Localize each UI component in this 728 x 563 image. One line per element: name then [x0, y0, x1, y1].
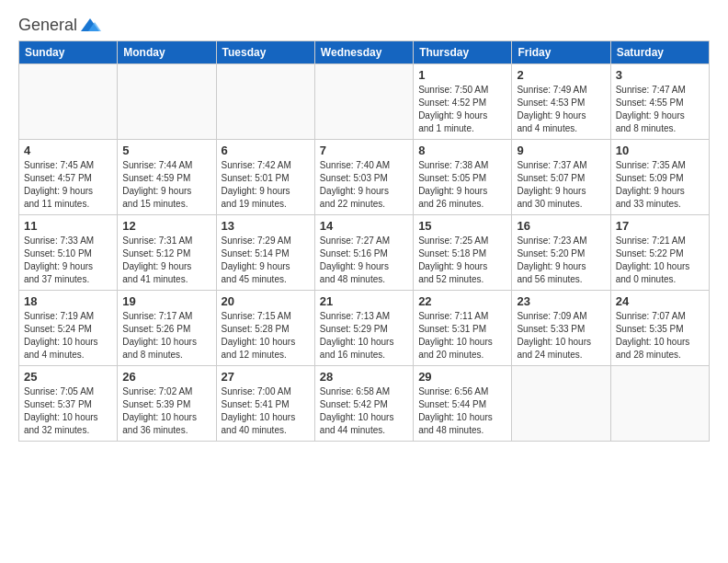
- day-info: Sunrise: 7:40 AM Sunset: 5:03 PM Dayligh…: [320, 159, 408, 211]
- calendar-cell: 17Sunrise: 7:21 AM Sunset: 5:22 PM Dayli…: [610, 215, 709, 291]
- calendar-row: 18Sunrise: 7:19 AM Sunset: 5:24 PM Dayli…: [19, 291, 710, 366]
- logo-icon: [79, 15, 101, 37]
- day-number: 19: [122, 294, 210, 308]
- calendar-row: 1Sunrise: 7:50 AM Sunset: 4:52 PM Daylig…: [19, 64, 710, 140]
- day-number: 18: [24, 294, 112, 308]
- day-info: Sunrise: 7:33 AM Sunset: 5:10 PM Dayligh…: [24, 235, 112, 286]
- calendar-cell: 27Sunrise: 7:00 AM Sunset: 5:41 PM Dayli…: [216, 366, 314, 442]
- day-number: 11: [24, 219, 112, 233]
- calendar-cell: 8Sunrise: 7:38 AM Sunset: 5:05 PM Daylig…: [414, 140, 512, 215]
- weekday-header: Saturday: [610, 41, 709, 64]
- logo-general: General: [18, 16, 77, 36]
- day-info: Sunrise: 7:42 AM Sunset: 5:01 PM Dayligh…: [222, 159, 310, 211]
- day-number: 27: [222, 370, 310, 384]
- day-info: Sunrise: 7:47 AM Sunset: 4:55 PM Dayligh…: [616, 84, 704, 135]
- calendar-cell: 15Sunrise: 7:25 AM Sunset: 5:18 PM Dayli…: [414, 215, 512, 291]
- page: General SundayMondayTuesdayWednesdayThur…: [0, 0, 728, 451]
- day-number: 17: [616, 219, 704, 233]
- calendar-cell: 29Sunrise: 6:56 AM Sunset: 5:44 PM Dayli…: [414, 366, 512, 442]
- day-number: 29: [418, 370, 506, 384]
- weekday-header: Tuesday: [216, 41, 314, 64]
- weekday-header: Wednesday: [314, 41, 413, 64]
- calendar-cell: [610, 366, 709, 442]
- weekday-header: Thursday: [414, 41, 512, 64]
- calendar-cell: 28Sunrise: 6:58 AM Sunset: 5:42 PM Dayli…: [314, 366, 413, 442]
- day-info: Sunrise: 7:15 AM Sunset: 5:28 PM Dayligh…: [222, 310, 310, 362]
- calendar-cell: 22Sunrise: 7:11 AM Sunset: 5:31 PM Dayli…: [414, 291, 512, 366]
- calendar-cell: 26Sunrise: 7:02 AM Sunset: 5:39 PM Dayli…: [118, 366, 216, 442]
- day-number: 28: [320, 370, 408, 384]
- day-number: 7: [320, 144, 408, 157]
- calendar-cell: 20Sunrise: 7:15 AM Sunset: 5:28 PM Dayli…: [216, 291, 314, 366]
- header-row: SundayMondayTuesdayWednesdayThursdayFrid…: [19, 41, 710, 64]
- calendar-row: 25Sunrise: 7:05 AM Sunset: 5:37 PM Dayli…: [19, 366, 710, 442]
- logo: General: [18, 15, 101, 33]
- calendar-cell: [19, 64, 118, 140]
- calendar-cell: [118, 64, 216, 140]
- day-number: 23: [517, 294, 605, 308]
- day-number: 20: [222, 294, 310, 308]
- day-number: 12: [122, 219, 210, 233]
- day-number: 13: [222, 219, 310, 233]
- weekday-header: Sunday: [19, 41, 118, 64]
- calendar-cell: 23Sunrise: 7:09 AM Sunset: 5:33 PM Dayli…: [512, 291, 610, 366]
- calendar-cell: 16Sunrise: 7:23 AM Sunset: 5:20 PM Dayli…: [512, 215, 610, 291]
- calendar-cell: 5Sunrise: 7:44 AM Sunset: 4:59 PM Daylig…: [118, 140, 216, 215]
- day-info: Sunrise: 7:50 AM Sunset: 4:52 PM Dayligh…: [418, 84, 506, 135]
- day-info: Sunrise: 7:11 AM Sunset: 5:31 PM Dayligh…: [418, 310, 506, 362]
- day-number: 22: [418, 294, 506, 308]
- day-info: Sunrise: 7:17 AM Sunset: 5:26 PM Dayligh…: [122, 310, 210, 362]
- calendar: SundayMondayTuesdayWednesdayThursdayFrid…: [18, 40, 710, 442]
- day-info: Sunrise: 7:07 AM Sunset: 5:35 PM Dayligh…: [616, 310, 704, 362]
- day-info: Sunrise: 7:45 AM Sunset: 4:57 PM Dayligh…: [24, 159, 112, 211]
- day-info: Sunrise: 7:19 AM Sunset: 5:24 PM Dayligh…: [24, 310, 112, 362]
- calendar-cell: 14Sunrise: 7:27 AM Sunset: 5:16 PM Dayli…: [314, 215, 413, 291]
- calendar-cell: 7Sunrise: 7:40 AM Sunset: 5:03 PM Daylig…: [314, 140, 413, 215]
- day-number: 9: [517, 144, 605, 157]
- calendar-cell: [314, 64, 413, 140]
- day-info: Sunrise: 7:27 AM Sunset: 5:16 PM Dayligh…: [320, 235, 408, 286]
- calendar-cell: 10Sunrise: 7:35 AM Sunset: 5:09 PM Dayli…: [610, 140, 709, 215]
- weekday-header: Monday: [118, 41, 216, 64]
- calendar-cell: 19Sunrise: 7:17 AM Sunset: 5:26 PM Dayli…: [118, 291, 216, 366]
- day-info: Sunrise: 7:09 AM Sunset: 5:33 PM Dayligh…: [517, 310, 605, 362]
- day-number: 25: [24, 370, 112, 384]
- header-area: General: [18, 15, 710, 33]
- weekday-header: Friday: [512, 41, 610, 64]
- day-number: 2: [517, 68, 605, 82]
- calendar-row: 11Sunrise: 7:33 AM Sunset: 5:10 PM Dayli…: [19, 215, 710, 291]
- calendar-cell: [512, 366, 610, 442]
- day-number: 15: [418, 219, 506, 233]
- day-number: 10: [616, 144, 704, 157]
- day-info: Sunrise: 6:58 AM Sunset: 5:42 PM Dayligh…: [320, 385, 408, 437]
- calendar-row: 4Sunrise: 7:45 AM Sunset: 4:57 PM Daylig…: [19, 140, 710, 215]
- calendar-cell: 12Sunrise: 7:31 AM Sunset: 5:12 PM Dayli…: [118, 215, 216, 291]
- day-info: Sunrise: 6:56 AM Sunset: 5:44 PM Dayligh…: [418, 385, 506, 437]
- day-number: 16: [517, 219, 605, 233]
- calendar-cell: 21Sunrise: 7:13 AM Sunset: 5:29 PM Dayli…: [314, 291, 413, 366]
- day-info: Sunrise: 7:13 AM Sunset: 5:29 PM Dayligh…: [320, 310, 408, 362]
- calendar-cell: 9Sunrise: 7:37 AM Sunset: 5:07 PM Daylig…: [512, 140, 610, 215]
- day-number: 1: [418, 68, 506, 82]
- calendar-cell: 6Sunrise: 7:42 AM Sunset: 5:01 PM Daylig…: [216, 140, 314, 215]
- day-info: Sunrise: 7:21 AM Sunset: 5:22 PM Dayligh…: [616, 235, 704, 286]
- calendar-cell: 25Sunrise: 7:05 AM Sunset: 5:37 PM Dayli…: [19, 366, 118, 442]
- calendar-cell: 4Sunrise: 7:45 AM Sunset: 4:57 PM Daylig…: [19, 140, 118, 215]
- day-info: Sunrise: 7:35 AM Sunset: 5:09 PM Dayligh…: [616, 159, 704, 211]
- calendar-cell: 3Sunrise: 7:47 AM Sunset: 4:55 PM Daylig…: [610, 64, 709, 140]
- day-number: 6: [222, 144, 310, 157]
- calendar-cell: 24Sunrise: 7:07 AM Sunset: 5:35 PM Dayli…: [610, 291, 709, 366]
- day-info: Sunrise: 7:23 AM Sunset: 5:20 PM Dayligh…: [517, 235, 605, 286]
- day-number: 5: [122, 144, 210, 157]
- calendar-cell: 2Sunrise: 7:49 AM Sunset: 4:53 PM Daylig…: [512, 64, 610, 140]
- day-info: Sunrise: 7:02 AM Sunset: 5:39 PM Dayligh…: [122, 385, 210, 437]
- day-info: Sunrise: 7:38 AM Sunset: 5:05 PM Dayligh…: [418, 159, 506, 211]
- day-number: 3: [616, 68, 704, 82]
- day-info: Sunrise: 7:00 AM Sunset: 5:41 PM Dayligh…: [222, 385, 310, 437]
- day-info: Sunrise: 7:31 AM Sunset: 5:12 PM Dayligh…: [122, 235, 210, 286]
- calendar-cell: [216, 64, 314, 140]
- day-number: 14: [320, 219, 408, 233]
- day-info: Sunrise: 7:25 AM Sunset: 5:18 PM Dayligh…: [418, 235, 506, 286]
- day-info: Sunrise: 7:44 AM Sunset: 4:59 PM Dayligh…: [122, 159, 210, 211]
- day-number: 21: [320, 294, 408, 308]
